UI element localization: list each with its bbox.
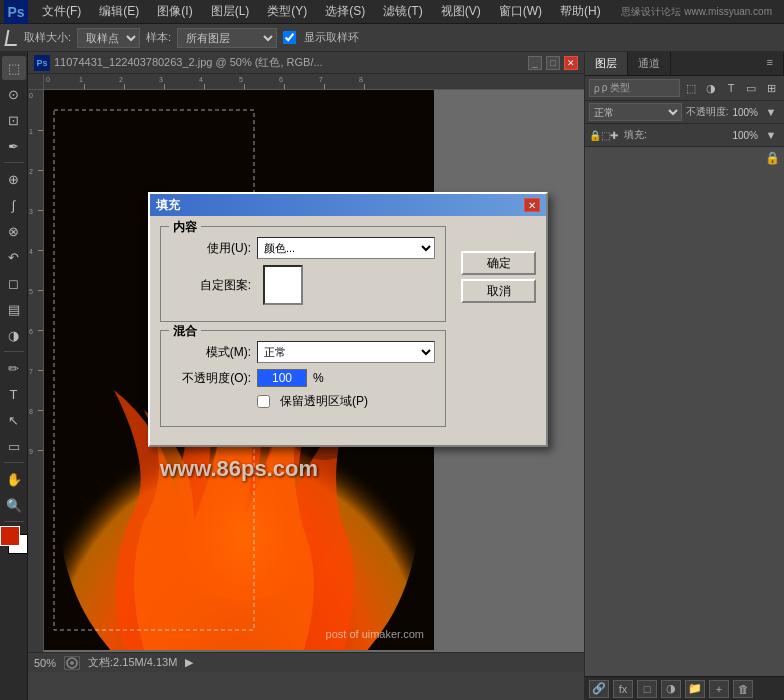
fill-label: 填充: (624, 128, 647, 142)
filter-adjust-icon[interactable]: ◑ (702, 79, 720, 97)
new-layer-button[interactable]: + (709, 680, 729, 698)
menu-filter[interactable]: 滤镜(T) (375, 1, 430, 22)
tool-separator-1 (4, 162, 24, 163)
color-swatches[interactable] (0, 526, 28, 554)
content-section-title: 内容 (169, 219, 201, 236)
preserve-row: 保留透明区域(P) (171, 393, 435, 410)
eyedropper-icon (5, 30, 20, 46)
folder-button[interactable]: 📁 (685, 680, 705, 698)
tool-heal[interactable]: ⊕ (2, 167, 26, 191)
fill-value: 100% (732, 130, 758, 141)
blend-section-title: 混合 (169, 323, 201, 340)
app-logo: Ps (4, 0, 28, 24)
blend-mode-row: 正常 不透明度: 100% ▼ (585, 101, 784, 124)
ok-button[interactable]: 确定 (461, 251, 536, 275)
menu-help[interactable]: 帮助(H) (552, 1, 609, 22)
sample-size-select[interactable]: 取样点 (77, 28, 140, 48)
tool-marquee[interactable]: ⬚ (2, 56, 26, 80)
main-area: ⬚ ⊙ ⊡ ✒ ⊕ ∫ ⊗ ↶ ◻ ▤ ◑ ✏ T ↖ ▭ ✋ 🔍 Ps 110… (0, 52, 784, 700)
sample-size-label: 取样大小: (24, 30, 71, 45)
right-panel: 图层 通道 ≡ ρ ρ 类型 ⬚ ◑ T ▭ ⊞ 正常 不透明度: 100% ▼ (584, 52, 784, 700)
mode-select[interactable]: 正常 (257, 341, 435, 363)
opacity-value: 100% (732, 107, 758, 118)
panel-bottom-bar: 🔗 fx □ ◑ 📁 + 🗑 (585, 676, 784, 700)
percent-sign: % (313, 371, 324, 385)
filter-type-icon[interactable]: T (722, 79, 740, 97)
tool-lasso[interactable]: ⊙ (2, 82, 26, 106)
menu-layer[interactable]: 图层(L) (203, 1, 258, 22)
tool-dodge[interactable]: ◑ (2, 323, 26, 347)
filter-shape-icon[interactable]: ▭ (742, 79, 760, 97)
filter-smart-icon[interactable]: ⊞ (762, 79, 780, 97)
use-label: 使用(U): (171, 240, 251, 257)
lock-icon: 🔒 (765, 151, 780, 165)
tool-separator-2 (4, 351, 24, 352)
mode-row: 模式(M): 正常 (171, 341, 435, 363)
menu-select[interactable]: 选择(S) (317, 1, 373, 22)
tool-eyedropper[interactable]: ✒ (2, 134, 26, 158)
cancel-button[interactable]: 取消 (461, 279, 536, 303)
sample-select[interactable]: 所有图层 (177, 28, 277, 48)
tool-type[interactable]: T (2, 382, 26, 406)
custom-pattern-row: 自定图案: (171, 265, 435, 305)
fx-button[interactable]: fx (613, 680, 633, 698)
mask-button[interactable]: □ (637, 680, 657, 698)
sample-label: 样本: (146, 30, 171, 45)
menu-image[interactable]: 图像(I) (149, 1, 200, 22)
dialog-titlebar: 填充 ✕ (150, 194, 546, 216)
tool-path-select[interactable]: ↖ (2, 408, 26, 432)
dialog-overlay: 填充 ✕ 内容 使用(U): 颜色... (28, 52, 584, 700)
panel-search[interactable]: ρ ρ 类型 (589, 79, 680, 97)
link-button[interactable]: 🔗 (589, 680, 609, 698)
menu-view[interactable]: 视图(V) (433, 1, 489, 22)
options-bar: 取样大小: 取样点 样本: 所有图层 显示取样环 (0, 24, 784, 52)
custom-pattern-label: 自定图案: (171, 277, 251, 294)
tool-brush[interactable]: ∫ (2, 193, 26, 217)
mode-label: 模式(M): (171, 344, 251, 361)
opacity-arrow[interactable]: ▼ (762, 103, 780, 121)
tab-layers[interactable]: 图层 (585, 52, 628, 75)
opacity-row: 不透明度(O): % (171, 369, 435, 387)
tool-hand[interactable]: ✋ (2, 467, 26, 491)
tool-crop[interactable]: ⊡ (2, 108, 26, 132)
use-row: 使用(U): 颜色... (171, 237, 435, 259)
tool-separator-4 (4, 521, 24, 522)
layer-area: 🔒 (585, 147, 784, 676)
opacity-label: 不透明度(O): (171, 370, 251, 387)
tab-channels[interactable]: 通道 (628, 52, 671, 75)
menu-type[interactable]: 类型(Y) (259, 1, 315, 22)
menu-file[interactable]: 文件(F) (34, 1, 89, 22)
dialog-close-button[interactable]: ✕ (524, 198, 540, 212)
panel-menu-btn[interactable]: ≡ (757, 52, 784, 75)
tool-shape[interactable]: ▭ (2, 434, 26, 458)
content-section: 内容 使用(U): 颜色... 自定图案: (160, 226, 446, 322)
show-ring-label: 显示取样环 (304, 30, 359, 45)
canvas-area: Ps 11074431_122403780263_2.jpg @ 50% (红色… (28, 52, 584, 700)
menu-website: 思缘设计论坛 www.missyuan.com (613, 3, 780, 21)
menu-window[interactable]: 窗口(W) (491, 1, 550, 22)
tool-eraser[interactable]: ◻ (2, 271, 26, 295)
color-swatch[interactable] (263, 265, 303, 305)
show-ring-checkbox[interactable] (283, 31, 296, 44)
use-select[interactable]: 颜色... (257, 237, 435, 259)
opacity-input[interactable] (257, 369, 307, 387)
tool-zoom[interactable]: 🔍 (2, 493, 26, 517)
tool-gradient[interactable]: ▤ (2, 297, 26, 321)
left-toolbar: ⬚ ⊙ ⊡ ✒ ⊕ ∫ ⊗ ↶ ◻ ▤ ◑ ✏ T ↖ ▭ ✋ 🔍 (0, 52, 28, 700)
search-type-label: ρ 类型 (602, 81, 630, 95)
tool-history-brush[interactable]: ↶ (2, 245, 26, 269)
menu-edit[interactable]: 编辑(E) (91, 1, 147, 22)
foreground-color-swatch[interactable] (0, 526, 20, 546)
adjust-button[interactable]: ◑ (661, 680, 681, 698)
preserve-checkbox[interactable] (257, 395, 270, 408)
lock-icons: 🔒⬚✚ (589, 130, 618, 141)
dialog-title: 填充 (156, 197, 180, 214)
menu-bar: Ps 文件(F) 编辑(E) 图像(I) 图层(L) 类型(Y) 选择(S) 滤… (0, 0, 784, 24)
filter-pixel-icon[interactable]: ⬚ (682, 79, 700, 97)
tool-pen[interactable]: ✏ (2, 356, 26, 380)
delete-layer-button[interactable]: 🗑 (733, 680, 753, 698)
panel-filter-toolbar: ρ ρ 类型 ⬚ ◑ T ▭ ⊞ (585, 76, 784, 101)
fill-arrow[interactable]: ▼ (762, 126, 780, 144)
blend-mode-select[interactable]: 正常 (589, 103, 682, 121)
tool-clone[interactable]: ⊗ (2, 219, 26, 243)
